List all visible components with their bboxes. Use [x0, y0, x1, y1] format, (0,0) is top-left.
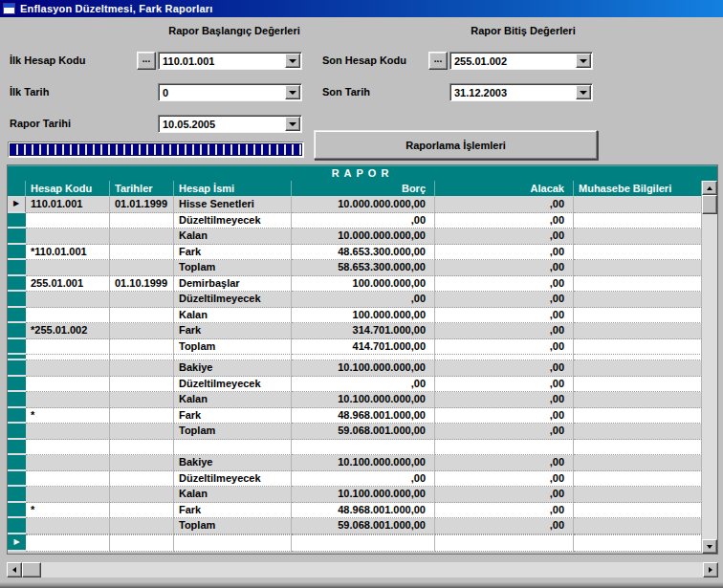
cell-hesap-kodu[interactable]: [26, 534, 110, 552]
combo-son-tarih-dropdown-button[interactable]: [576, 85, 591, 99]
cell-hesap-kodu[interactable]: [26, 339, 110, 356]
scroll-down-button[interactable]: [702, 539, 717, 554]
table-row[interactable]: Bakiye 10.100.000.000,00 ,00: [8, 360, 702, 377]
vertical-scroll-thumb[interactable]: [702, 195, 717, 214]
row-selector[interactable]: [8, 260, 26, 276]
cell-hesap-kodu[interactable]: [26, 377, 110, 393]
cell-tarihler[interactable]: [110, 392, 174, 408]
cell-borc[interactable]: 10.100.000.000,00: [292, 360, 435, 377]
browse-son-hesap-kodu-button[interactable]: ...: [428, 52, 448, 70]
table-row[interactable]: *110.01.001 Fark 48.653.300.000,00 ,00: [8, 245, 702, 261]
table-row[interactable]: Düzeltilmeyecek ,00 ,00: [8, 292, 702, 308]
cell-alacak[interactable]: ,00: [435, 323, 574, 339]
cell-muhasebe-bilgileri[interactable]: [574, 229, 702, 245]
combo-rapor-tarihi-dropdown-button[interactable]: [285, 117, 300, 131]
scroll-right-button[interactable]: [703, 562, 718, 577]
cell-borc[interactable]: [292, 534, 435, 552]
combo-ilk-hesap-kodu-dropdown-button[interactable]: [285, 54, 300, 68]
cell-hesap-ismi[interactable]: Kalan: [174, 308, 292, 324]
row-selector[interactable]: [8, 424, 26, 440]
cell-borc[interactable]: 58.653.300.000,00: [292, 260, 435, 276]
cell-tarihler[interactable]: [110, 487, 174, 503]
cell-muhasebe-bilgileri[interactable]: [574, 213, 702, 229]
cell-borc[interactable]: 10.000.000.000,00: [292, 229, 435, 245]
table-row[interactable]: Düzeltilmeyecek ,00 ,00: [8, 213, 702, 229]
cell-muhasebe-bilgileri[interactable]: [574, 197, 702, 213]
row-selector[interactable]: [8, 408, 26, 425]
cell-alacak[interactable]: ,00: [435, 408, 574, 425]
cell-alacak[interactable]: ,00: [435, 377, 574, 393]
table-row[interactable]: 255.01.001 01.10.1999 Demirbaşlar 100.00…: [8, 276, 702, 293]
cell-borc[interactable]: 100.000.000,00: [292, 308, 435, 324]
cell-hesap-kodu[interactable]: *255.01.002: [26, 323, 110, 339]
cell-muhasebe-bilgileri[interactable]: [574, 471, 702, 488]
row-selector[interactable]: [8, 503, 26, 519]
cell-alacak[interactable]: ,00: [435, 339, 574, 356]
cell-hesap-kodu[interactable]: 110.01.001: [26, 197, 110, 213]
cell-borc[interactable]: [292, 440, 435, 456]
cell-muhasebe-bilgileri[interactable]: [574, 392, 702, 408]
combo-son-tarih[interactable]: 31.12.2003: [449, 83, 593, 101]
cell-alacak[interactable]: ,00: [435, 292, 574, 308]
cell-borc[interactable]: ,00: [292, 471, 435, 488]
cell-borc[interactable]: 10.100.000.000,00: [292, 392, 435, 408]
cell-hesap-ismi[interactable]: Düzeltilmeyecek: [174, 471, 292, 488]
cell-alacak[interactable]: ,00: [435, 424, 574, 440]
cell-alacak[interactable]: ,00: [435, 260, 574, 276]
cell-hesap-kodu[interactable]: [26, 292, 110, 308]
cell-tarihler[interactable]: [110, 440, 174, 456]
cell-tarihler[interactable]: [110, 408, 174, 425]
cell-tarihler[interactable]: [110, 229, 174, 245]
table-row[interactable]: ▶ 110.01.001 01.01.1999 Hisse Senetleri …: [8, 197, 702, 213]
cell-tarihler[interactable]: [110, 455, 174, 471]
table-row[interactable]: * Fark 48.968.001.000,00 ,00: [8, 408, 702, 425]
vertical-scrollbar[interactable]: [702, 181, 717, 554]
cell-muhasebe-bilgileri[interactable]: [574, 534, 702, 552]
cell-borc[interactable]: 314.701.000,00: [292, 323, 435, 339]
combo-son-hesap-kodu-dropdown-button[interactable]: [576, 54, 591, 68]
row-selector[interactable]: [8, 213, 26, 229]
cell-alacak[interactable]: [435, 440, 574, 456]
cell-muhasebe-bilgileri[interactable]: [574, 339, 702, 356]
cell-hesap-kodu[interactable]: [26, 392, 110, 408]
table-row[interactable]: Toplam 414.701.000,00 ,00: [8, 339, 702, 356]
cell-muhasebe-bilgileri[interactable]: [574, 503, 702, 519]
cell-tarihler[interactable]: [110, 471, 174, 488]
cell-hesap-ismi[interactable]: Fark: [174, 408, 292, 425]
cell-borc[interactable]: ,00: [292, 213, 435, 229]
combo-rapor-tarihi[interactable]: 10.05.2005: [158, 115, 302, 133]
table-row[interactable]: ▶: [8, 534, 702, 552]
cell-tarihler[interactable]: [110, 245, 174, 261]
cell-borc[interactable]: 48.653.300.000,00: [292, 245, 435, 261]
cell-borc[interactable]: 59.068.001.000,00: [292, 424, 435, 440]
cell-muhasebe-bilgileri[interactable]: [574, 440, 702, 456]
cell-hesap-ismi[interactable]: Bakiye: [174, 360, 292, 377]
cell-hesap-kodu[interactable]: [26, 229, 110, 245]
cell-tarihler[interactable]: [110, 360, 174, 377]
row-selector[interactable]: [8, 377, 26, 393]
cell-hesap-kodu[interactable]: [26, 360, 110, 377]
cell-borc[interactable]: 10.100.000.000,00: [292, 455, 435, 471]
table-row[interactable]: Kalan 100.000.000,00 ,00: [8, 308, 702, 324]
table-row[interactable]: Kalan 10.100.000.000,00 ,00: [8, 487, 702, 503]
row-selector[interactable]: [8, 292, 26, 308]
cell-muhasebe-bilgileri[interactable]: [574, 260, 702, 276]
cell-hesap-ismi[interactable]: [174, 534, 292, 552]
cell-hesap-ismi[interactable]: Toplam: [174, 424, 292, 440]
table-row[interactable]: Toplam 59.068.001.000,00 ,00: [8, 518, 702, 534]
cell-hesap-ismi[interactable]: Toplam: [174, 518, 292, 534]
table-row[interactable]: Toplam 58.653.300.000,00 ,00: [8, 260, 702, 276]
cell-alacak[interactable]: ,00: [435, 360, 574, 377]
cell-alacak[interactable]: ,00: [435, 518, 574, 534]
table-row[interactable]: Düzeltilmeyecek ,00 ,00: [8, 377, 702, 393]
cell-borc[interactable]: 48.968.001.000,00: [292, 408, 435, 425]
row-selector[interactable]: [8, 229, 26, 245]
cell-alacak[interactable]: ,00: [435, 471, 574, 488]
cell-muhasebe-bilgileri[interactable]: [574, 455, 702, 471]
row-selector[interactable]: [8, 339, 26, 356]
cell-hesap-ismi[interactable]: Fark: [174, 323, 292, 339]
row-selector[interactable]: [8, 440, 26, 456]
combo-ilk-tarih[interactable]: 0: [158, 83, 302, 101]
cell-tarihler[interactable]: [110, 323, 174, 339]
cell-hesap-ismi[interactable]: Toplam: [174, 260, 292, 276]
